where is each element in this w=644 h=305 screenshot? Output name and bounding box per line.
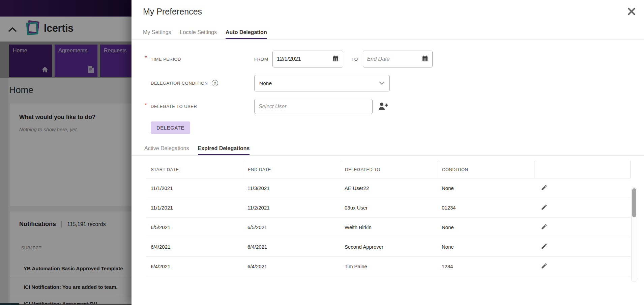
- tab-locale-settings[interactable]: Locale Settings: [180, 29, 217, 39]
- bottom-scrollbar-strip: [0, 304, 131, 305]
- cell-condition: 01234: [437, 205, 534, 211]
- column-header-start-date: START DATE: [146, 161, 243, 178]
- preferences-tabs-bar: My Settings Locale Settings Auto Delegat…: [131, 29, 644, 39]
- edit-delegation-button[interactable]: [541, 223, 548, 231]
- tab-auto-delegation[interactable]: Auto Delegation: [226, 29, 267, 39]
- column-header-condition: CONDITION: [437, 161, 534, 178]
- close-icon: [628, 11, 635, 16]
- required-asterisk: *: [145, 102, 151, 109]
- edit-delegation-button[interactable]: [541, 243, 548, 250]
- table-row: 6/4/2021 6/4/2021 Tim Paine 1234: [146, 257, 631, 276]
- required-asterisk: *: [145, 55, 151, 61]
- tab-active-delegations[interactable]: Active Delegations: [144, 145, 189, 155]
- cell-end-date: 11/2/2021: [243, 205, 340, 211]
- time-period-row: * TIME PERIOD FROM TO: [145, 51, 644, 67]
- cell-condition: None: [437, 185, 534, 191]
- help-icon[interactable]: ?: [212, 80, 218, 86]
- table-header-row: START DATE END DATE DELEGATED TO CONDITI…: [146, 161, 631, 178]
- cell-delegated-to: AE User22: [340, 185, 437, 191]
- cell-condition: None: [437, 224, 534, 230]
- cell-delegated-to: Second Approver: [340, 244, 437, 250]
- cell-end-date: 6/4/2021: [243, 244, 340, 250]
- cell-delegated-to: 03ux User: [340, 205, 437, 211]
- delegate-to-user-row: * DELEGATE TO USER: [145, 99, 644, 114]
- delegate-user-input[interactable]: [259, 104, 368, 110]
- cell-end-date: 6/4/2021: [243, 264, 340, 269]
- expired-delegations-table: START DATE END DATE DELEGATED TO CONDITI…: [146, 161, 631, 276]
- delegation-condition-value: None: [259, 80, 272, 86]
- delegation-condition-select[interactable]: None: [254, 75, 390, 91]
- person-add-icon: [378, 106, 388, 111]
- chevron-down-icon: [379, 80, 385, 86]
- delegate-to-user-label: DELEGATE TO USER: [151, 104, 197, 109]
- add-user-button[interactable]: [378, 102, 388, 112]
- cell-condition: 1234: [437, 264, 534, 269]
- pencil-icon: [541, 226, 548, 231]
- my-preferences-panel: My Preferences My Settings Locale Settin…: [131, 0, 644, 305]
- to-date-field: [363, 51, 433, 67]
- pencil-icon: [541, 206, 548, 212]
- delegation-condition-row: DELEGATION CONDITION ? None: [145, 75, 644, 91]
- edit-delegation-button[interactable]: [541, 184, 548, 192]
- delegate-user-field: [254, 99, 373, 114]
- from-date-input[interactable]: [277, 56, 332, 62]
- delegate-button[interactable]: DELEGATE: [151, 121, 190, 134]
- cell-end-date: 11/3/2021: [243, 185, 340, 191]
- column-header-delegated-to: DELEGATED TO: [340, 161, 437, 178]
- cell-end-date: 6/5/2021: [243, 224, 340, 230]
- pencil-icon: [541, 265, 548, 270]
- tab-my-settings[interactable]: My Settings: [143, 29, 171, 39]
- from-date-field: [272, 51, 343, 67]
- bottom-corner-strip: [0, 303, 19, 305]
- cell-start-date: 11/1/2021: [146, 205, 243, 211]
- delegations-tabs-bar: Active Delegations Expired Delegations: [131, 145, 644, 156]
- panel-title: My Preferences: [131, 0, 644, 17]
- table-scrollbar-track[interactable]: [631, 187, 637, 282]
- cell-start-date: 6/4/2021: [146, 244, 243, 250]
- pencil-icon: [541, 187, 548, 192]
- to-label: TO: [351, 57, 358, 62]
- auto-delegation-form: * TIME PERIOD FROM TO DELEGATION C: [131, 51, 644, 134]
- delegation-condition-label: DELEGATION CONDITION: [151, 81, 208, 86]
- cell-start-date: 11/1/2021: [146, 185, 243, 191]
- table-row: 6/5/2021 6/5/2021 Weith Birkin None: [146, 218, 631, 237]
- cell-delegated-to: Weith Birkin: [340, 224, 437, 230]
- table-row: 11/1/2021 11/2/2021 03ux User 01234: [146, 198, 631, 218]
- cell-start-date: 6/5/2021: [146, 224, 243, 230]
- column-header-actions: [534, 161, 631, 178]
- cell-delegated-to: Tim Paine: [340, 264, 437, 269]
- table-row: 11/1/2021 11/3/2021 AE User22 None: [146, 178, 631, 198]
- calendar-icon[interactable]: [422, 55, 428, 63]
- edit-delegation-button[interactable]: [541, 262, 548, 270]
- modal-backdrop-overlay[interactable]: [0, 0, 131, 305]
- table-row: 6/4/2021 6/4/2021 Second Approver None: [146, 237, 631, 257]
- close-button[interactable]: [626, 7, 637, 17]
- background-app: Icertis Home Agreements Requests Home Wh…: [0, 0, 131, 305]
- edit-delegation-button[interactable]: [541, 204, 548, 211]
- cell-start-date: 6/4/2021: [146, 264, 243, 269]
- calendar-icon[interactable]: [332, 55, 339, 63]
- table-scrollbar-thumb[interactable]: [632, 188, 636, 217]
- to-date-input[interactable]: [367, 56, 422, 62]
- cell-condition: None: [437, 244, 534, 250]
- column-header-end-date: END DATE: [243, 161, 340, 178]
- tab-expired-delegations[interactable]: Expired Delegations: [198, 145, 250, 155]
- pencil-icon: [541, 246, 548, 251]
- time-period-label: TIME PERIOD: [151, 57, 181, 62]
- from-label: FROM: [254, 57, 268, 62]
